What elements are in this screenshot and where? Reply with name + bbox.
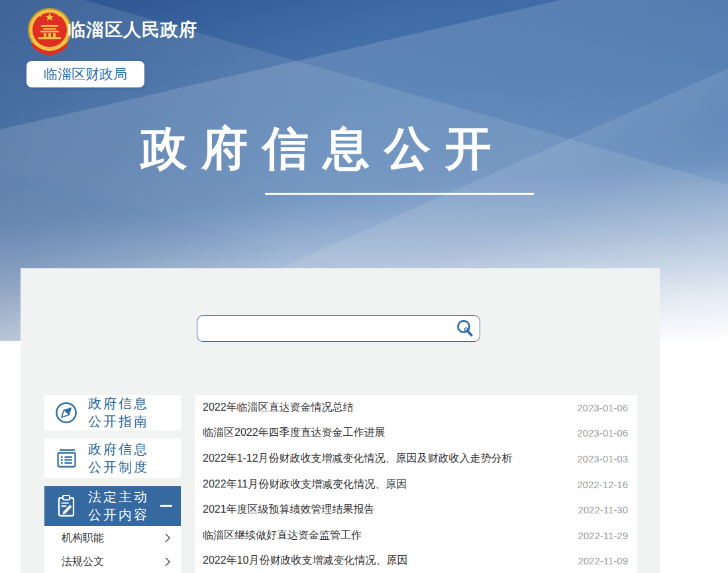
ledger-icon [44,446,88,470]
list-item[interactable]: 临淄区2022年四季度直达资金工作进展 2023-01-06 [195,421,637,446]
list-item[interactable]: 2022年1-12月份财政收支增减变化情况、原因及财政收入走势分析 2023-0… [195,446,637,472]
article-list: 2022年临淄区直达资金情况总结 2023-01-06 临淄区2022年四季度直… [195,395,637,573]
search-button[interactable] [450,316,480,341]
article-date: 2022-12-16 [577,479,628,490]
sidebar-item-gov-info-system[interactable]: 政府信息 公开制度 [44,439,181,478]
sidebar-item-label: 政府信息 公开指南 [88,395,149,431]
site-name[interactable]: 临淄区人民政府 [68,18,197,42]
sidebar-subitem-regulations[interactable]: 法规公文 [44,550,181,573]
article-title[interactable]: 2022年10月份财政收支增减变化情况、原因 [203,554,407,568]
list-item[interactable]: 2022年11月份财政收支增减变化情况、原因 2022-12-16 [195,472,637,497]
article-date: 2023-01-03 [577,453,628,464]
search-input[interactable] [197,316,450,341]
search-bar [197,315,480,342]
article-date: 2023-01-06 [577,427,628,439]
sidebar-sub-list: 机构职能 法规公文 [44,526,181,573]
page: 临淄区人民政府 临淄区财政局 政府信息公开 [0,0,728,573]
article-title[interactable]: 2021年度区级预算绩效管理结果报告 [203,503,375,517]
list-item[interactable]: 2021年度区级预算绩效管理结果报告 2022-11-30 [195,497,637,523]
list-item[interactable]: 2022年10月份财政收支增减变化情况、原因 2022-11-09 [195,548,637,573]
list-item[interactable]: 临淄区继续做好直达资金监管工作 2022-11-29 [195,523,637,548]
subitem-label: 机构职能 [62,531,104,545]
title-underline [265,193,534,195]
sidebar-item-label: 法定主动 公开内容 [88,488,149,524]
article-title[interactable]: 临淄区继续做好直达资金监管工作 [203,529,362,543]
sidebar-subitem-org-functions[interactable]: 机构职能 [44,526,181,550]
search-icon [455,319,475,339]
department-badge[interactable]: 临淄区财政局 [26,61,144,87]
sidebar: 政府信息 公开指南 政府信息 公开制度 [44,395,181,573]
sidebar-item-statutory-disclosure[interactable]: 法定主动 公开内容 [44,486,181,526]
article-title[interactable]: 2022年11月份财政收支增减变化情况、原因 [203,478,407,492]
clipboard-pencil-icon [44,494,88,519]
article-date: 2022-11-09 [578,555,628,566]
article-title[interactable]: 2022年临淄区直达资金情况总结 [203,401,354,415]
collapse-minus-icon [160,505,172,507]
article-date: 2022-11-29 [578,530,628,541]
list-item[interactable]: 2022年临淄区直达资金情况总结 2023-01-06 [195,395,637,421]
subitem-label: 法规公文 [62,555,104,569]
sidebar-item-label: 政府信息 公开制度 [88,441,149,476]
chevron-right-icon [164,556,171,567]
page-title: 政府信息公开 [140,121,506,176]
article-title[interactable]: 临淄区2022年四季度直达资金工作进展 [203,426,386,440]
article-title[interactable]: 2022年1-12月份财政收支增减变化情况、原因及财政收入走势分析 [203,452,513,466]
compass-icon [44,401,88,425]
sidebar-item-gov-info-guide[interactable]: 政府信息 公开指南 [44,395,181,431]
article-date: 2023-01-06 [577,402,628,413]
chevron-right-icon [164,533,171,543]
article-date: 2022-11-30 [578,504,628,515]
